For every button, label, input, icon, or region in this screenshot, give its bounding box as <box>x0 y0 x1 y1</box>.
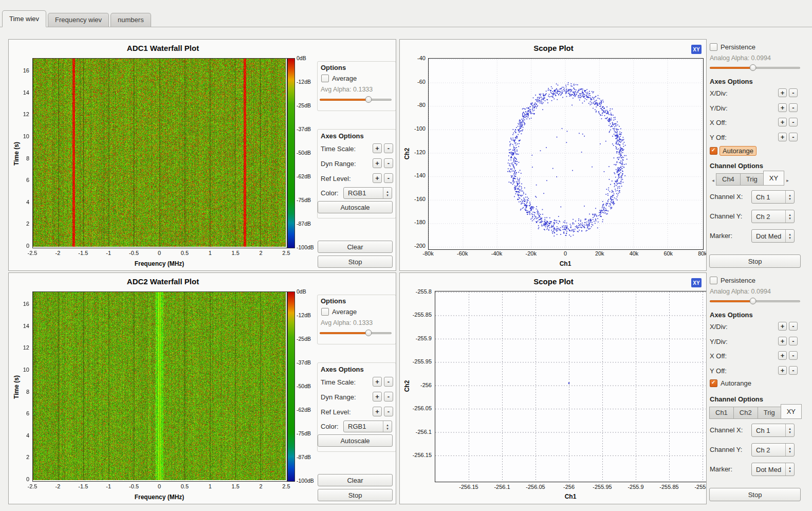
scope-plot[interactable] <box>428 58 704 250</box>
stop-button[interactable]: Stop <box>318 256 393 268</box>
waterfall-plot[interactable] <box>32 58 287 248</box>
colorbar-tick-label: -75dB <box>297 197 311 203</box>
waterfall-plot[interactable] <box>32 291 287 482</box>
x-tick-label: -40k <box>484 250 510 257</box>
y-tick-label: -256.15 <box>404 452 432 458</box>
spin-up-icon[interactable]: ▴ <box>789 232 791 236</box>
x-tick-label: 0.5 <box>173 250 196 256</box>
spin-up-icon[interactable]: ▴ <box>789 446 791 450</box>
x-tick-label: -256.05 <box>522 484 549 490</box>
autorange-checkbox[interactable]: Autorange <box>710 146 756 156</box>
x-div-increase-button[interactable]: + <box>778 322 787 331</box>
channel-tab-ch1[interactable]: Ch1 <box>709 407 734 419</box>
x-tick-label: -255.8 <box>689 484 707 490</box>
spin-up-icon[interactable]: ▴ <box>789 193 791 197</box>
channel-tab-ch4[interactable]: Ch4 <box>716 173 741 186</box>
x-off-decrease-button[interactable]: - <box>789 118 798 126</box>
y-off-decrease-button[interactable]: - <box>789 366 798 375</box>
analog-alpha-slider[interactable] <box>710 298 800 304</box>
avg-alpha-slider[interactable] <box>320 96 392 103</box>
slider-knob[interactable] <box>365 96 372 103</box>
stop-button[interactable]: Stop <box>709 254 801 268</box>
channel-y-spinbox[interactable]: Ch 2▴▾ <box>751 210 795 223</box>
channel-x-spinbox[interactable]: Ch 1▴▾ <box>751 424 795 437</box>
marker-label: Marker: <box>710 232 732 240</box>
color-combobox[interactable]: RGB1▴▾ <box>343 187 392 199</box>
color-combobox[interactable]: RGB1▴▾ <box>343 421 392 432</box>
autoscale-button[interactable]: Autoscale <box>318 201 393 213</box>
dyn-range-increase-button[interactable]: + <box>373 158 382 168</box>
tab-scroll-right-icon[interactable]: ▸ <box>784 175 791 186</box>
stop-button[interactable]: Stop <box>709 488 801 501</box>
analog-alpha-slider[interactable] <box>710 64 800 71</box>
channel-x-label: Channel X: <box>710 193 743 200</box>
x-tick-label: -255.95 <box>589 484 616 490</box>
autoscale-button[interactable]: Autoscale <box>318 434 393 447</box>
scope-plot[interactable] <box>435 291 707 482</box>
x-tick-label: -0.5 <box>123 483 145 489</box>
x-div-decrease-button[interactable]: - <box>789 88 798 97</box>
x-off-decrease-button[interactable]: - <box>789 351 798 360</box>
time-scale-decrease-button[interactable]: - <box>384 377 393 387</box>
average-checkbox[interactable]: Average <box>321 75 357 82</box>
time-scale-decrease-button[interactable]: - <box>384 143 393 153</box>
y-div-decrease-button[interactable]: - <box>789 337 798 345</box>
spin-up-icon[interactable]: ▴ <box>789 466 791 469</box>
spin-down-icon[interactable]: ▾ <box>789 430 791 434</box>
ref-level-increase-button[interactable]: + <box>373 407 382 416</box>
x-div-decrease-button[interactable]: - <box>789 322 798 331</box>
tab-numbers[interactable]: numbers <box>110 13 151 27</box>
tab-time-wiev[interactable]: Time wiev <box>2 10 46 27</box>
ref-level-increase-button[interactable]: + <box>373 173 382 183</box>
slider-knob[interactable] <box>750 64 756 71</box>
tab-frequency-wiev[interactable]: Frequency wiev <box>48 13 109 27</box>
time-scale-increase-button[interactable]: + <box>373 377 382 387</box>
channel-y-spinbox[interactable]: Ch 2▴▾ <box>751 443 795 457</box>
x-tick-label: -2.5 <box>21 483 44 489</box>
clear-button[interactable]: Clear <box>318 474 393 486</box>
x-off-increase-button[interactable]: + <box>778 118 787 126</box>
spin-down-icon[interactable]: ▾ <box>789 197 791 200</box>
dyn-range-increase-button[interactable]: + <box>373 392 382 402</box>
persistence-checkbox[interactable]: Persistence <box>710 277 755 284</box>
ref-level-decrease-button[interactable]: - <box>384 407 393 416</box>
y-off-increase-button[interactable]: + <box>778 366 787 375</box>
avg-alpha-slider[interactable] <box>320 330 392 336</box>
time-scale-increase-button[interactable]: + <box>373 143 382 153</box>
y-div-increase-button[interactable]: + <box>778 337 787 345</box>
channel-tab-xy[interactable]: XY <box>763 171 784 186</box>
x-tick-label: 2.5 <box>275 483 298 489</box>
average-checkbox[interactable]: Average <box>321 308 357 316</box>
dyn-range-decrease-button[interactable]: - <box>384 392 393 402</box>
x-div-increase-button[interactable]: + <box>778 88 787 97</box>
spin-down-icon[interactable]: ▾ <box>789 450 791 453</box>
x-tick-label: 0 <box>148 250 171 256</box>
channel-tab-ch2[interactable]: Ch2 <box>733 407 758 419</box>
channel-tab-trig[interactable]: Trig <box>740 173 764 186</box>
slider-knob[interactable] <box>750 298 756 304</box>
y-off-increase-button[interactable]: + <box>778 133 787 141</box>
slider-fill <box>320 332 368 334</box>
spin-down-icon[interactable]: ▾ <box>789 469 791 473</box>
slider-knob[interactable] <box>365 330 372 336</box>
marker-spinbox[interactable]: Dot Med▴▾ <box>751 229 795 243</box>
spin-up-icon[interactable]: ▴ <box>789 213 791 216</box>
spin-down-icon[interactable]: ▾ <box>789 216 791 220</box>
channel-tab-trig[interactable]: Trig <box>758 407 781 419</box>
spin-up-icon[interactable]: ▴ <box>789 427 791 430</box>
clear-button[interactable]: Clear <box>318 241 393 253</box>
marker-spinbox[interactable]: Dot Med▴▾ <box>751 463 795 476</box>
colorbar-tick-label: -75dB <box>297 430 311 436</box>
dyn-range-decrease-button[interactable]: - <box>384 158 393 168</box>
spin-down-icon[interactable]: ▾ <box>789 236 791 240</box>
channel-x-spinbox[interactable]: Ch 1▴▾ <box>751 190 795 204</box>
y-div-decrease-button[interactable]: - <box>789 103 798 112</box>
channel-tab-xy[interactable]: XY <box>781 404 802 419</box>
autorange-checkbox[interactable]: Autorange <box>710 379 751 387</box>
y-off-decrease-button[interactable]: - <box>789 133 798 141</box>
x-off-increase-button[interactable]: + <box>778 351 787 360</box>
persistence-checkbox[interactable]: Persistence <box>710 43 755 51</box>
y-div-increase-button[interactable]: + <box>778 103 787 112</box>
ref-level-decrease-button[interactable]: - <box>384 173 393 183</box>
stop-button[interactable]: Stop <box>318 489 393 501</box>
